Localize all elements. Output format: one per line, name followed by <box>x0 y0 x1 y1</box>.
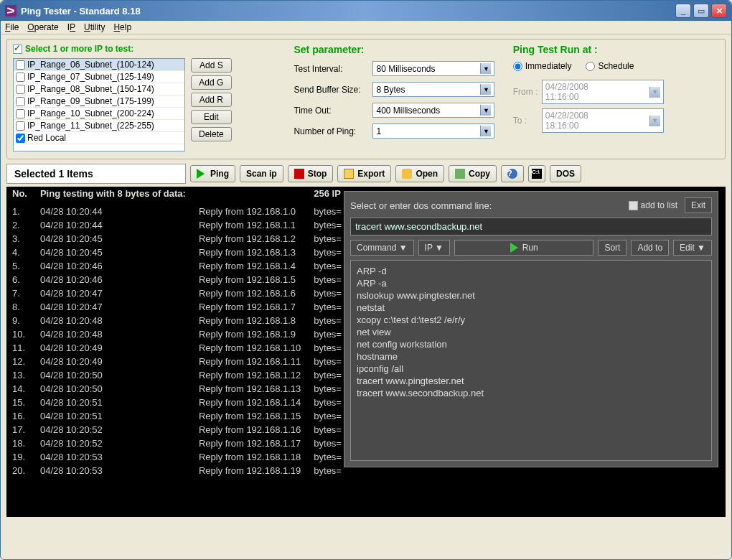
ip-list-item[interactable]: IP_Range_07_Subnet_(125-149) <box>14 71 184 83</box>
chevron-down-icon: ▼ <box>480 105 491 116</box>
console-row: 16.04/28 10:20:51Reply from 192.168.1.15… <box>6 409 349 423</box>
console-row: 15.04/28 10:20:51Reply from 192.168.1.14… <box>6 396 349 409</box>
copy-icon <box>455 169 465 179</box>
dos-icon-button[interactable]: C:\ <box>528 165 545 182</box>
dos-list-item[interactable]: netstat <box>357 302 705 314</box>
dos-edit-dropdown[interactable]: Edit ▼ <box>673 240 712 256</box>
dos-exit-button[interactable]: Exit <box>685 197 712 213</box>
title-bar: Ping Tester - Standard 8.18 _ ▭ ✕ <box>1 1 731 21</box>
console-row: 17.04/28 10:20:52Reply from 192.168.1.16… <box>6 423 349 437</box>
add-s-button[interactable]: Add S <box>191 58 232 73</box>
delete-button[interactable]: Delete <box>191 127 232 141</box>
dos-command-list[interactable]: ARP -dARP -anslookup www.pingtester.netn… <box>350 260 712 461</box>
chevron-down-icon: ▼ <box>649 116 660 126</box>
dos-list-item[interactable]: net config workstation <box>357 338 705 350</box>
radio-immediately[interactable]: Immediately <box>513 61 572 71</box>
console-row: 7.04/28 10:20:47Reply from 192.168.1.6by… <box>6 286 349 300</box>
dos-list-item[interactable]: net view <box>357 326 705 338</box>
dos-list-item[interactable]: ARP -d <box>357 265 705 277</box>
top-panel: Select 1 or more IP to test: IP_Range_06… <box>6 39 726 159</box>
to-datetime: 04/28/2008 18:16:00▼ <box>542 108 664 133</box>
console-row: 20.04/28 10:20:53Reply from 192.168.1.19… <box>6 464 349 477</box>
dos-list-item[interactable]: nslookup www.pingtester.net <box>357 289 705 302</box>
ip-list[interactable]: IP_Range_06_Subnet_(100-124)IP_Range_07_… <box>13 58 185 151</box>
radio-schedule[interactable]: Schedule <box>586 61 634 71</box>
console-row: 5.04/28 10:20:46Reply from 192.168.1.4by… <box>6 259 349 273</box>
console-output: No.Ping testing with 8 bytes of data:256… <box>6 187 726 517</box>
console-row: 14.04/28 10:20:50Reply from 192.168.1.13… <box>6 382 349 396</box>
console-row: 3.04/28 10:20:45Reply from 192.168.1.2by… <box>6 232 349 246</box>
buffer-combo[interactable]: 8 Bytes▼ <box>372 82 494 97</box>
ip-list-item[interactable]: IP_Range_06_Subnet_(100-124) <box>14 59 184 71</box>
timeout-combo[interactable]: 400 Milliseconds▼ <box>372 103 494 118</box>
menu-utility[interactable]: Utility <box>84 22 105 32</box>
console-row: 8.04/28 10:20:47Reply from 192.168.1.7by… <box>6 300 349 314</box>
export-button[interactable]: Export <box>337 165 391 182</box>
dos-panel: Select or enter dos command line: add to… <box>344 191 718 467</box>
console-row: 18.04/28 10:20:52Reply from 192.168.1.17… <box>6 437 349 450</box>
console-row: 4.04/28 10:20:45Reply from 192.168.1.3by… <box>6 246 349 259</box>
scan-ip-button[interactable]: Scan ip <box>240 165 283 182</box>
console-row: 1.04/28 10:20:44Reply from 192.168.1.0by… <box>6 205 349 218</box>
play-icon <box>510 243 518 253</box>
add-g-button[interactable]: Add G <box>191 75 232 90</box>
edit-button[interactable]: Edit <box>191 110 232 124</box>
console-row: 12.04/28 10:20:49Reply from 192.168.1.11… <box>6 355 349 368</box>
dos-list-item[interactable]: xcopy c:\test d:\test2 /e/r/y <box>357 314 705 326</box>
stop-button[interactable]: Stop <box>288 165 334 182</box>
dos-addto-button[interactable]: Add to <box>631 240 669 256</box>
console-row: 10.04/28 10:20:48Reply from 192.168.1.9b… <box>6 327 349 341</box>
console-row: 2.04/28 10:20:44Reply from 192.168.1.1by… <box>6 218 349 232</box>
chevron-down-icon: ▼ <box>480 126 491 136</box>
open-button[interactable]: Open <box>395 165 444 182</box>
copy-button[interactable]: Copy <box>449 165 497 182</box>
menu-ip[interactable]: IP <box>67 22 75 32</box>
ip-list-item[interactable]: IP_Range_11_Subnet_(225-255) <box>14 120 184 132</box>
dos-list-item[interactable]: tracert www.secondbackup.net <box>357 387 705 399</box>
dos-ip-dropdown[interactable]: IP ▼ <box>418 240 450 256</box>
dos-list-item[interactable]: tracert www.pingtester.net <box>357 375 705 387</box>
interval-combo[interactable]: 80 Milliseconds▼ <box>372 61 494 76</box>
dos-command-input[interactable] <box>350 218 712 235</box>
console-row: 19.04/28 10:20:53Reply from 192.168.1.18… <box>6 450 349 464</box>
dos-command-dropdown[interactable]: Command ▼ <box>350 240 414 256</box>
help-icon: ? <box>507 169 517 179</box>
help-button[interactable]: ? <box>501 165 524 182</box>
close-button[interactable]: ✕ <box>711 4 727 18</box>
play-icon <box>197 169 207 179</box>
selected-count: Selected 1 Items <box>6 164 186 184</box>
terminal-icon: C:\ <box>532 169 542 179</box>
numping-combo[interactable]: 1▼ <box>372 123 494 139</box>
add-to-list-checkbox[interactable]: add to list <box>629 200 677 210</box>
chevron-down-icon: ▼ <box>480 84 491 95</box>
ip-list-item[interactable]: Red Local <box>14 132 184 144</box>
maximize-button[interactable]: ▭ <box>693 4 709 18</box>
section-run-at: Ping Test Run at : <box>513 44 719 55</box>
ip-list-item[interactable]: IP_Range_09_Subnet_(175-199) <box>14 95 184 108</box>
section-select-ip: Select 1 or more IP to test: <box>13 44 281 54</box>
dos-list-item[interactable]: hostname <box>357 350 705 363</box>
menu-help[interactable]: Help <box>113 22 131 32</box>
chevron-down-icon: ▼ <box>480 63 491 74</box>
stop-icon <box>294 169 304 179</box>
console-row: 6.04/28 10:20:46Reply from 192.168.1.5by… <box>6 273 349 286</box>
export-icon <box>344 169 354 179</box>
app-icon <box>5 5 17 17</box>
ping-button[interactable]: Ping <box>190 165 235 182</box>
console-row: 11.04/28 10:20:49Reply from 192.168.1.10… <box>6 341 349 355</box>
add-r-button[interactable]: Add R <box>191 93 232 107</box>
menu-operate[interactable]: Operate <box>27 22 58 32</box>
console-row: 13.04/28 10:20:50Reply from 192.168.1.12… <box>6 368 349 382</box>
menu-file[interactable]: File <box>5 22 19 32</box>
open-icon <box>402 169 412 179</box>
minimize-button[interactable]: _ <box>675 4 691 18</box>
dos-sort-button[interactable]: Sort <box>598 240 627 256</box>
ip-list-item[interactable]: IP_Range_08_Subnet_(150-174) <box>14 83 184 95</box>
dos-list-item[interactable]: ARP -a <box>357 277 705 289</box>
dos-button[interactable]: DOS <box>550 165 581 182</box>
ip-list-item[interactable]: IP_Range_10_Subnet_(200-224) <box>14 108 184 120</box>
dos-run-button[interactable]: Run <box>454 240 593 256</box>
from-datetime: 04/28/2008 11:16:00▼ <box>542 80 664 104</box>
select-all-checkbox[interactable] <box>13 45 22 54</box>
dos-list-item[interactable]: ipconfig /all <box>357 363 705 375</box>
